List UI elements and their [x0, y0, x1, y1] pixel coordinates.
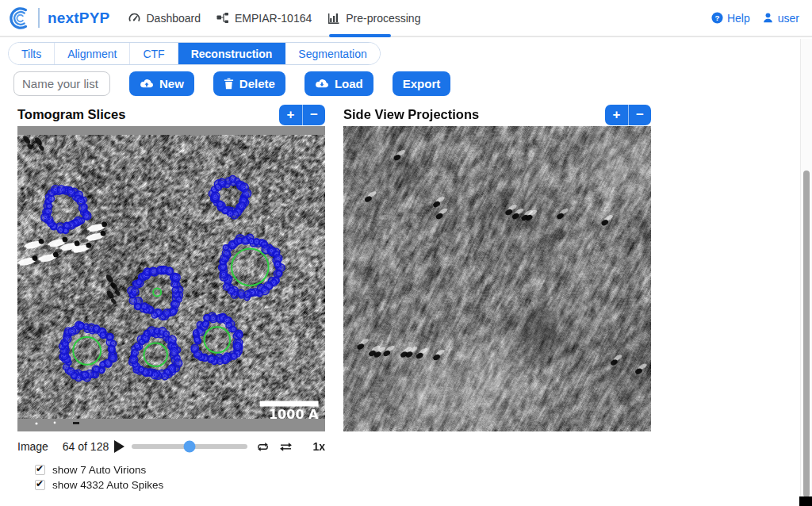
active-nav-indicator: [329, 34, 391, 37]
help-icon: ?: [711, 12, 723, 24]
chart-icon: [327, 12, 340, 25]
tomogram-zoom-out-button[interactable]: −: [302, 105, 325, 125]
user-icon: [762, 12, 774, 24]
auto-spikes-checkbox[interactable]: [35, 480, 45, 490]
tomogram-panel-header: Tomogram Slices + −: [17, 104, 325, 125]
nav-item-project[interactable]: EMPIAR-10164: [216, 0, 312, 36]
trash-icon: [224, 78, 234, 90]
nav-item-label: Pre-processing: [346, 12, 420, 25]
user-menu[interactable]: user: [762, 12, 799, 25]
nav-item-preprocessing[interactable]: Pre-processing: [327, 0, 420, 36]
direction-button[interactable]: [279, 442, 293, 452]
tomogram-slice-image[interactable]: [17, 126, 325, 431]
cloud-download-icon: [315, 79, 329, 89]
annotation-options: show 7 Auto Virions show 4332 Auto Spike…: [35, 463, 325, 491]
tab-segmentation[interactable]: Segmentation: [285, 43, 379, 64]
nav-item-dashboard[interactable]: Dashboard: [128, 0, 201, 36]
top-navbar: nextPYP Dashboard EMPIAR-10164: [0, 0, 812, 37]
loop-button[interactable]: [256, 441, 270, 453]
tab-ctf[interactable]: CTF: [130, 43, 178, 64]
user-label: user: [778, 12, 799, 25]
help-link[interactable]: ? Help: [711, 12, 750, 25]
side-view-panel-title: Side View Projections: [343, 107, 479, 122]
tab-alignment[interactable]: Alignment: [55, 43, 130, 64]
page-scrollbar-thumb[interactable]: [803, 171, 810, 497]
tab-tilts[interactable]: Tilts: [9, 43, 55, 64]
new-button-label: New: [159, 77, 184, 90]
slice-slider-thumb[interactable]: [183, 441, 195, 453]
side-view-panel-header: Side View Projections + −: [343, 104, 651, 125]
list-name-input[interactable]: [13, 71, 110, 96]
nav-item-label: Dashboard: [147, 12, 201, 25]
navbar-right: ? Help user: [711, 12, 799, 25]
slice-player: Image 64 of 128: [17, 436, 325, 457]
tomogram-panel: Tomogram Slices + − Image 64 of 128: [17, 104, 325, 493]
section-tabs: Tilts Alignment CTF Reconstruction Segme…: [8, 42, 381, 65]
swap-arrows-icon: [279, 442, 293, 452]
repeat-icon: [256, 441, 270, 453]
load-button-label: Load: [335, 77, 363, 90]
side-view-zoom-in-button[interactable]: +: [605, 105, 628, 125]
brand-divider: [38, 8, 40, 28]
screen-corner-artifact: [799, 496, 812, 506]
side-view-panel: Side View Projections + −: [343, 104, 651, 493]
brand-name: nextPYP: [48, 10, 110, 27]
delete-button[interactable]: Delete: [213, 71, 285, 96]
side-view-zoom-controls: + −: [605, 105, 651, 125]
auto-virions-checkbox[interactable]: [35, 465, 45, 475]
auto-spikes-label: show 4332 Auto Spikes: [52, 479, 163, 491]
slice-counter: 64 of 128: [63, 440, 113, 453]
tab-reconstruction[interactable]: Reconstruction: [178, 43, 286, 64]
delete-button-label: Delete: [239, 77, 275, 90]
load-button[interactable]: Load: [304, 71, 373, 96]
auto-virions-label: show 7 Auto Virions: [52, 464, 146, 476]
export-button[interactable]: Export: [393, 71, 451, 96]
tomogram-panel-title: Tomogram Slices: [17, 107, 125, 122]
nextpyp-logo-icon: [8, 6, 32, 30]
viewer-panels: Tomogram Slices + − Image 64 of 128: [17, 104, 812, 493]
cloud-upload-icon: [140, 79, 154, 89]
main-nav: Dashboard EMPIAR-10164 Pre-processing: [128, 0, 421, 36]
image-label: Image: [17, 440, 63, 453]
new-button[interactable]: New: [129, 71, 194, 96]
play-button[interactable]: [114, 440, 124, 453]
svg-text:?: ?: [714, 13, 719, 22]
tomogram-zoom-controls: + −: [279, 105, 325, 125]
playback-speed[interactable]: 1x: [312, 440, 325, 453]
help-label: Help: [727, 12, 750, 25]
nav-item-label: EMPIAR-10164: [235, 12, 312, 25]
page-scrollbar[interactable]: [800, 39, 812, 506]
option-auto-virions: show 7 Auto Virions: [35, 463, 325, 476]
slice-slider[interactable]: [132, 444, 248, 449]
list-toolbar: New Delete Load Export: [13, 71, 812, 96]
brand[interactable]: nextPYP: [8, 6, 110, 30]
dashboard-icon: [128, 11, 141, 25]
export-button-label: Export: [403, 77, 441, 90]
side-view-zoom-out-button[interactable]: −: [628, 105, 651, 125]
project-diagram-icon: [216, 12, 229, 25]
side-view-projection-image[interactable]: [343, 126, 651, 431]
tomogram-zoom-in-button[interactable]: +: [279, 105, 302, 125]
option-auto-spikes: show 4332 Auto Spikes: [35, 478, 325, 491]
